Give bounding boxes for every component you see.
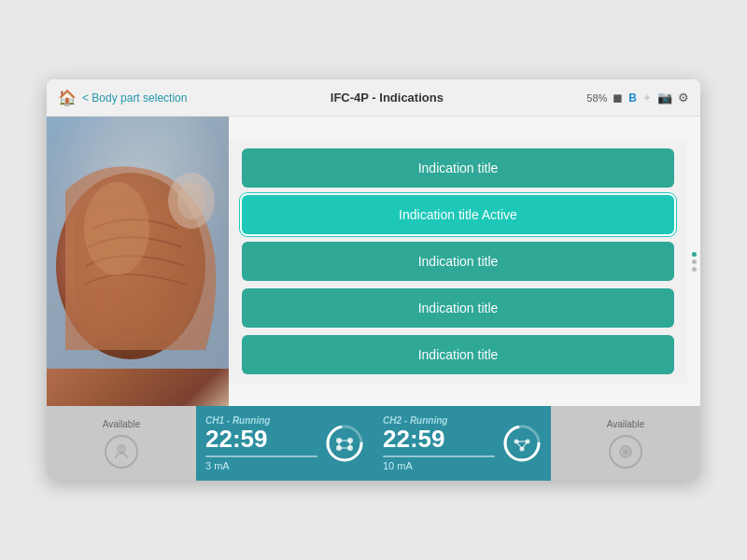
wifi-icon: ✦ (642, 91, 652, 105)
channel-1-progress (205, 455, 317, 457)
indication-list: Indication titleIndication title ActiveI… (229, 139, 687, 384)
device-frame: 🏠 < Body part selection IFC-4P - Indicat… (47, 79, 700, 481)
indication-item-2[interactable]: Indication title Active (242, 195, 674, 234)
scroll-dot-3 (692, 267, 697, 272)
scroll-dot-1 (692, 252, 697, 257)
channel-2-progress (383, 455, 495, 457)
header: 🏠 < Body part selection IFC-4P - Indicat… (47, 79, 700, 117)
indication-item-5[interactable]: Indication title (242, 335, 674, 374)
bluetooth-label: B (628, 91, 637, 105)
battery-indicator: 58% (586, 92, 607, 104)
camera-icon: 📷 (657, 91, 672, 105)
channel-2-dial[interactable] (502, 424, 542, 463)
channel-left-icon (105, 435, 138, 469)
bluetooth-icon: ◼ (613, 91, 623, 105)
home-icon[interactable]: 🏠 (58, 89, 77, 106)
back-button[interactable]: < Body part selection (82, 91, 187, 105)
settings-icon[interactable]: ⚙ (678, 91, 689, 105)
indication-item-4[interactable]: Indication title (242, 288, 674, 328)
channel-1-time: 22:59 (205, 426, 317, 453)
available-label-left: Available (103, 419, 140, 429)
available-label-right: Available (607, 419, 644, 429)
anatomy-image (47, 117, 229, 406)
bottom-bar: Available CH1 - Running 22:59 3 mA (47, 406, 700, 481)
scroll-indicator (687, 252, 700, 272)
channel-2-time: 22:59 (383, 426, 495, 453)
indication-panel: Indication titleIndication title ActiveI… (229, 117, 700, 406)
svg-point-4 (177, 182, 205, 219)
svg-point-2 (84, 182, 149, 275)
channel-1[interactable]: CH1 - Running 22:59 3 mA (196, 406, 374, 481)
channel-right-icon (609, 435, 642, 469)
channel-right-available: Available (551, 406, 700, 481)
channel-2-info: CH2 - Running 22:59 10 mA (383, 415, 495, 471)
channel-1-ma: 3 mA (205, 460, 317, 471)
channel-2-ma: 10 mA (383, 460, 495, 471)
main-content: Indication titleIndication title ActiveI… (47, 117, 700, 406)
channel-1-dial[interactable] (325, 424, 364, 463)
channel-left-available: Available (47, 406, 196, 481)
channel-2[interactable]: CH2 - Running 22:59 10 mA (374, 406, 551, 481)
indication-item-1[interactable]: Indication title (242, 148, 674, 188)
svg-line-23 (522, 441, 528, 449)
page-title: IFC-4P - Indications (187, 91, 586, 105)
svg-line-22 (516, 441, 522, 449)
channel-1-info: CH1 - Running 22:59 3 mA (205, 415, 317, 471)
header-icons: 58% ◼ B ✦ 📷 ⚙ (586, 91, 689, 105)
indication-item-3[interactable]: Indication title (242, 242, 674, 281)
scroll-dot-2 (692, 259, 697, 264)
